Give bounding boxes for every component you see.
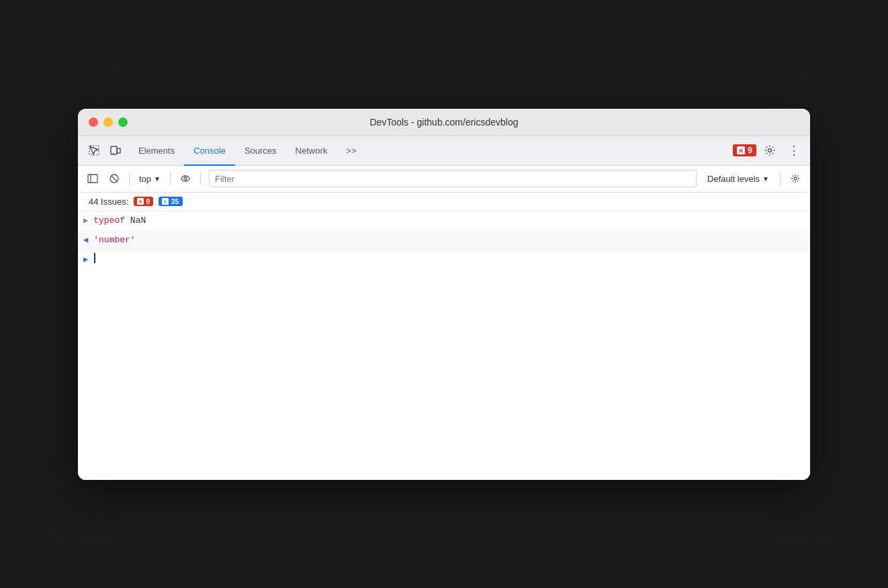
console-settings-button[interactable]	[786, 169, 805, 188]
clear-icon	[109, 173, 120, 184]
svg-point-11	[181, 176, 189, 181]
devtools-body: Elements Console Sources Network >>	[78, 136, 810, 480]
console-toolbar: top ▼ Default levels ▼	[78, 166, 810, 193]
window-title: DevTools - github.com/ericsdevblog	[370, 117, 519, 128]
svg-point-6	[768, 149, 772, 152]
context-selector[interactable]: top ▼	[135, 170, 165, 187]
svg-point-13	[794, 177, 797, 180]
tabs-right: ✕ 9 ⋮	[733, 140, 805, 161]
string-number: 'number'	[93, 235, 135, 245]
maximize-button[interactable]	[118, 117, 128, 127]
text-cursor	[94, 253, 95, 263]
toolbar-divider-3	[200, 172, 201, 185]
toolbar-divider	[129, 172, 130, 185]
svg-text:✕: ✕	[738, 148, 744, 154]
close-button[interactable]	[89, 117, 98, 127]
error-badge[interactable]: ✕ 9	[733, 144, 756, 156]
sidebar-toggle-button[interactable]	[83, 169, 102, 188]
settings-button[interactable]	[759, 140, 781, 161]
console-line-content-2: 'number'	[93, 234, 805, 247]
tab-sources[interactable]: Sources	[235, 137, 286, 166]
toolbar-divider-4	[780, 172, 781, 185]
nan-value: NaN	[130, 215, 146, 226]
issues-error-badge[interactable]: ✕ 9	[134, 197, 153, 206]
window-controls	[89, 117, 128, 127]
svg-text:✕: ✕	[138, 199, 142, 204]
sidebar-icon	[87, 173, 98, 184]
titlebar: DevTools - github.com/ericsdevblog	[78, 109, 810, 136]
svg-rect-2	[117, 148, 120, 153]
issues-info-badge[interactable]: ≡ 35	[159, 197, 182, 206]
gear-icon	[764, 144, 776, 156]
error-icon: ✕	[737, 146, 745, 154]
console-line-input: ▶ typeof NaN	[78, 211, 810, 231]
tabs-row: Elements Console Sources Network >>	[78, 136, 810, 166]
toolbar-divider-2	[170, 172, 171, 185]
tab-elements[interactable]: Elements	[129, 137, 184, 166]
svg-text:≡: ≡	[164, 199, 167, 205]
clear-console-button[interactable]	[105, 169, 124, 188]
settings-gear-icon	[790, 173, 801, 184]
issues-bar: 44 Issues: ✕ 9 ≡ 35	[78, 193, 810, 211]
tab-console[interactable]: Console	[184, 137, 235, 166]
tabs-list: Elements Console Sources Network >>	[129, 136, 733, 165]
output-arrow-1: ◀	[83, 235, 88, 245]
more-options-button[interactable]: ⋮	[783, 140, 805, 161]
inspect-element-icon[interactable]	[83, 140, 105, 161]
svg-rect-7	[88, 175, 97, 183]
issues-error-icon: ✕	[137, 198, 144, 205]
issues-prefix: 44 Issues:	[89, 197, 128, 207]
eye-icon	[180, 173, 191, 184]
console-prompt-line[interactable]: ▶	[78, 250, 810, 269]
typeof-keyword: typeof	[93, 215, 125, 226]
svg-rect-1	[111, 146, 117, 154]
live-expressions-button[interactable]	[176, 169, 195, 188]
input-arrow-1[interactable]: ▶	[83, 215, 88, 226]
levels-chevron-icon: ▼	[762, 175, 769, 183]
chevron-down-icon: ▼	[154, 175, 161, 183]
issues-info-icon: ≡	[162, 198, 169, 205]
minimize-button[interactable]	[103, 117, 113, 127]
console-output: ▶ typeof NaN ◀ 'number' ▶	[78, 211, 810, 480]
svg-line-10	[112, 176, 117, 181]
tab-more[interactable]: >>	[337, 137, 365, 166]
device-toolbar-icon[interactable]	[105, 140, 126, 161]
prompt-arrow: ▶	[83, 254, 88, 264]
svg-point-12	[184, 177, 187, 180]
console-input-active[interactable]	[93, 253, 805, 263]
console-line-output: ◀ 'number'	[78, 231, 810, 250]
filter-input[interactable]	[209, 170, 697, 187]
console-line-content-1: typeof NaN	[93, 214, 805, 228]
log-levels-button[interactable]: Default levels ▼	[702, 170, 774, 187]
devtools-window: DevTools - github.com/ericsdevblog	[78, 109, 810, 480]
tab-network[interactable]: Network	[286, 137, 337, 166]
